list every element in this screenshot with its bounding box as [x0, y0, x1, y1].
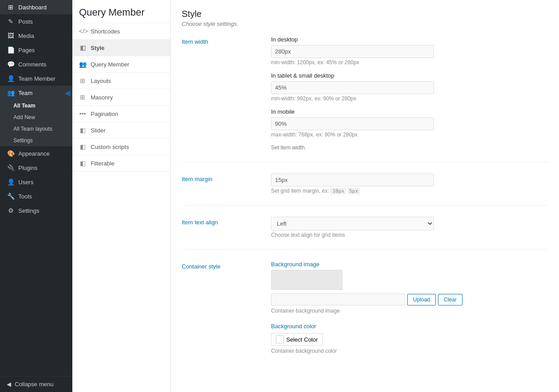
container-style-fields: Background image Upload Clear Container …	[271, 261, 548, 361]
plugin-menu-masonry[interactable]: ⊞ Masonry	[72, 89, 170, 106]
bg-image-url-input[interactable]	[271, 293, 405, 305]
sidebar-item-dashboard[interactable]: ⊞ Dashboard	[0, 0, 72, 14]
tools-icon: 🔧	[7, 193, 15, 200]
plugin-menu-shortcodes[interactable]: </> Shortcodes	[72, 23, 170, 40]
subnav-add-new[interactable]: Add New	[0, 111, 72, 123]
filterable-icon: ◧	[79, 160, 86, 167]
page-title-area: Query Member	[72, 0, 170, 23]
clear-button[interactable]: Clear	[438, 294, 463, 305]
plugins-icon: 🔌	[7, 164, 15, 171]
item-width-section: Item width In desktop min-width: 1200px,…	[182, 36, 548, 162]
upload-button[interactable]: Upload	[407, 294, 436, 305]
container-style-section: Container style Background image Upload …	[182, 261, 548, 361]
team-arrow-icon: ◀	[65, 89, 70, 97]
item-margin-section: Item margin Set grid item margin, ex: 10…	[182, 173, 548, 206]
content-title: Style	[182, 9, 548, 19]
admin-sidebar: ⊞ Dashboard ✎ Posts 🖼 Media 📄 Pages 💬 Co…	[0, 0, 72, 392]
item-text-align-label: Item text align	[182, 217, 271, 226]
plugin-sidebar: Query Member </> Shortcodes ◧ Style 👥 Qu…	[72, 0, 171, 392]
layouts-icon: ⊞	[79, 77, 86, 84]
dashboard-icon: ⊞	[7, 4, 15, 11]
mobile-width-input[interactable]	[271, 117, 434, 130]
users-icon: 👤	[7, 178, 15, 186]
subnav-settings[interactable]: Settings	[0, 135, 72, 146]
team-subnav: All Team Add New All Team layouts Settin…	[0, 100, 72, 146]
mobile-width-group: In mobile max-width: 768px, ex: 90% or 2…	[271, 108, 548, 138]
bg-image-label: Background image	[271, 261, 548, 268]
desktop-width-hint: min-width: 1200px, ex: 45% or 280px	[271, 59, 548, 66]
collapse-icon: ◀	[7, 381, 11, 388]
sidebar-item-settings[interactable]: ⚙ Settings	[0, 203, 72, 218]
margin-hint-code1: 10px	[330, 188, 346, 194]
team-member-icon: 👤	[7, 75, 15, 82]
item-text-align-select[interactable]: Left Center Right	[271, 217, 434, 231]
masonry-icon: ⊞	[79, 94, 86, 101]
query-member-icon: 👥	[79, 61, 86, 68]
sidebar-item-pages[interactable]: 📄 Pages	[0, 43, 72, 57]
tablet-width-hint: min-width: 992px, ex: 90% or 280px	[271, 95, 548, 102]
bg-image-hint: Container background image	[271, 308, 548, 314]
desktop-label: In desktop	[271, 36, 548, 43]
color-swatch	[276, 335, 284, 343]
bg-image-preview	[271, 270, 342, 290]
plugin-menu-query-member[interactable]: 👥 Query Member	[72, 56, 170, 73]
plugin-menu-pagination[interactable]: ••• Pagination	[72, 106, 170, 122]
item-margin-label: Item margin	[182, 173, 271, 182]
settings-icon: ⚙	[7, 207, 15, 214]
tablet-width-input[interactable]	[271, 81, 434, 94]
plugin-menu-slider[interactable]: ◧ Slider	[72, 122, 170, 139]
bg-image-group: Background image Upload Clear Container …	[271, 261, 548, 314]
style-icon: ◧	[79, 44, 86, 51]
mobile-label: In mobile	[271, 108, 548, 115]
mobile-width-hint: max-width: 768px, ex: 90% or 280px	[271, 132, 548, 138]
item-margin-hint: Set grid item margin, ex: 10px 5px	[271, 188, 548, 194]
plugin-menu-style[interactable]: ◧ Style	[72, 40, 170, 56]
collapse-menu-button[interactable]: ◀ Collapse menu	[0, 376, 72, 392]
appearance-icon: 🎨	[7, 150, 15, 157]
content-subtitle: Choose style settings.	[182, 21, 548, 27]
sidebar-item-posts[interactable]: ✎ Posts	[0, 14, 72, 29]
item-width-label: Item width	[182, 36, 271, 45]
desktop-width-input[interactable]	[271, 45, 434, 58]
sidebar-item-media[interactable]: 🖼 Media	[0, 29, 72, 43]
item-text-align-section: Item text align Left Center Right Choose…	[182, 217, 548, 250]
shortcodes-icon: </>	[79, 28, 86, 35]
sidebar-item-team-member[interactable]: 👤 Team Member	[0, 71, 72, 86]
pagination-icon: •••	[79, 110, 86, 117]
bg-color-label: Background color	[271, 323, 548, 330]
select-color-button[interactable]: Select Color	[271, 333, 323, 346]
margin-hint-code2: 5px	[347, 188, 360, 194]
sidebar-item-comments[interactable]: 💬 Comments	[0, 57, 72, 71]
custom-scripts-icon: ◧	[79, 143, 86, 150]
main-content: Style Choose style settings. Item width …	[171, 0, 559, 392]
item-margin-fields: Set grid item margin, ex: 10px 5px	[271, 173, 548, 194]
desktop-width-group: In desktop min-width: 1200px, ex: 45% or…	[271, 36, 548, 66]
team-icon: 👥	[7, 89, 15, 96]
item-text-align-fields: Left Center Right Choose text align for …	[271, 217, 548, 238]
page-title: Query Member	[79, 7, 163, 18]
sidebar-item-plugins[interactable]: 🔌 Plugins	[0, 161, 72, 175]
media-icon: 🖼	[7, 32, 15, 39]
bg-color-group: Background color Select Color Container …	[271, 323, 548, 354]
plugin-menu-custom-scripts[interactable]: ◧ Custom scripts	[72, 139, 170, 155]
content-header: Style Choose style settings.	[182, 9, 548, 27]
select-color-label: Select Color	[286, 336, 318, 343]
subnav-all-team[interactable]: All Team	[0, 100, 72, 111]
comments-icon: 💬	[7, 61, 15, 68]
posts-icon: ✎	[7, 18, 15, 25]
plugin-menu-filterable[interactable]: ◧ Filterable	[72, 155, 170, 172]
sidebar-item-users[interactable]: 👤 Users	[0, 175, 72, 189]
sidebar-item-tools[interactable]: 🔧 Tools	[0, 189, 72, 203]
sidebar-item-team[interactable]: 👥 Team ◀	[0, 86, 72, 100]
sidebar-item-appearance[interactable]: 🎨 Appearance	[0, 146, 72, 161]
slider-icon: ◧	[79, 127, 86, 134]
item-width-fields: In desktop min-width: 1200px, ex: 45% or…	[271, 36, 548, 151]
tablet-width-group: In tablet & small desktop min-width: 992…	[271, 72, 548, 102]
item-margin-input[interactable]	[271, 173, 434, 186]
item-width-note: Set item width.	[271, 144, 548, 151]
container-style-label: Container style	[182, 261, 271, 270]
subnav-all-team-layouts[interactable]: All Team layouts	[0, 123, 72, 135]
plugin-menu-layouts[interactable]: ⊞ Layouts	[72, 73, 170, 89]
text-align-hint: Choose text align for grid items	[271, 232, 548, 238]
bg-color-hint: Container background color	[271, 348, 548, 354]
